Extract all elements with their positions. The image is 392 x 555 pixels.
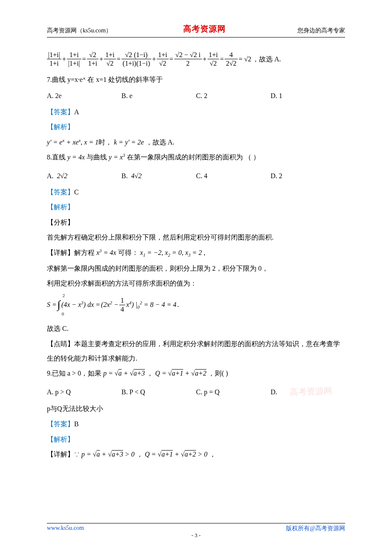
q7-options: A. 2e B. e C. 2 D. 1: [47, 89, 345, 103]
q9-option-a: A. p > Q: [47, 385, 121, 399]
q7-answer: 【答案】A: [47, 105, 345, 119]
q9-option-b: B. P < Q: [121, 385, 196, 399]
answer-label: 【答案】: [47, 108, 74, 116]
detail-label: 【详解】: [47, 249, 74, 256]
q7-answer-value: A: [74, 108, 79, 116]
q6-equation: |1+i|1+i + 1+i|1+i| = √21+i + 1+i√2 = √2…: [47, 51, 345, 67]
page-footer: www.ks5u.com 版权所有@高考资源网: [47, 523, 345, 532]
q9-d-post: ，: [208, 451, 216, 458]
q7-option-a: A. 2e: [47, 89, 121, 103]
q9-option-d: D.: [271, 385, 345, 399]
q9-stem-mid: ，: [147, 370, 155, 377]
q8-d1-pre: 解方程: [74, 249, 96, 256]
q8-d1-mid: 可得：: [116, 249, 140, 256]
q8-option-b: B. 4√2: [121, 169, 196, 183]
q8-stem-pre: 8.直线: [47, 153, 67, 161]
footer-copyright: 版权所有@高考资源网: [286, 525, 345, 532]
page-header: 高考资源网（ks5u.com） 高考资源网 您身边的高考专家: [47, 23, 345, 38]
q9-stem-pre: 9.已知 a > 0，如果: [47, 370, 103, 377]
q8-fx-label: 【分析】: [47, 215, 345, 230]
q8-option-a: A. 2√2: [47, 169, 121, 183]
page: 高考资源网（ks5u.com） 高考资源网 您身边的高考专家 |1+i|1+i …: [0, 0, 392, 555]
q7-option-c: C. 2: [196, 89, 271, 103]
document-body: |1+i|1+i + 1+i|1+i| = √21+i + 1+i√2 = √2…: [47, 38, 345, 462]
detail-label: 【详解】: [47, 451, 74, 458]
analysis-label: 【解析】: [47, 203, 74, 211]
q8-stem: 8.直线 y = 4x 与曲线 y = x3 在第一象限内围成的封闭图形的面积为…: [47, 150, 345, 165]
q9-stem-post: ，则( ): [208, 370, 228, 377]
q8-integral-tail: .: [177, 298, 179, 312]
q9-analysis-label: 【解析】: [47, 432, 345, 447]
analysis-label: 【解析】: [47, 123, 74, 130]
analysis-label: 【解析】: [47, 436, 74, 443]
q7-analysis-label: 【解析】: [47, 120, 345, 134]
q8-ds: 【点睛】本题主要考查定积分的应用，利用定积分求解封闭图形的面积的方法等知识，意在…: [47, 337, 345, 365]
header-left-text: 高考资源网（ks5u.com）: [47, 27, 112, 35]
q8-detail2: 求解第一象限内围成的封闭图形的面积，则积分上限为 2，积分下限为 0，: [47, 261, 345, 276]
q8-ds-text: 本题主要考查定积分的应用，利用定积分求解封闭图形的面积的方法等知识，意在考查学生…: [47, 340, 340, 362]
q9-option-d-cont: p与Q无法比较大小: [47, 402, 345, 416]
q7-stem: 7.曲线 y=x·eˣ 在 x=1 处切线的斜率等于: [47, 72, 345, 87]
q8-d1-post: ,: [202, 249, 205, 256]
q8-option-d: D. 2: [271, 169, 345, 183]
ds-label: 【点睛】: [47, 340, 74, 347]
q9-answer-value: B: [74, 420, 79, 428]
q8-detail3: 利用定积分求解面积的方法可得所求面积的值为：: [47, 276, 345, 291]
q9-stem: 9.已知 a > 0，如果 p = √a + √a+3 ， Q = √a+1 +…: [47, 366, 345, 381]
q8-answer-value: C: [74, 188, 79, 196]
page-number: - 3 -: [0, 532, 392, 539]
q7-work: y' = ex + xex, x = 1时， k = y' = 2e ，故选 A…: [47, 135, 345, 150]
header-right-text: 您身边的高考专家: [297, 27, 345, 35]
q8-integral: S = ∫20 (4x − x3) dx = (2x2 − 14 x4) |02…: [47, 293, 345, 317]
q8-stem-post: 在第一象限内围成的封闭图形的面积为 （ ）: [127, 153, 260, 161]
footer-url: www.ks5u.com: [47, 525, 84, 532]
q8-analysis-label: 【解析】: [47, 200, 345, 214]
q8-answer: 【答案】C: [47, 185, 345, 199]
header-center-logo: 高考资源网: [183, 23, 226, 35]
q7-option-d: D. 1: [271, 89, 345, 103]
q9-answer: 【答案】B: [47, 417, 345, 431]
q7-option-b: B. e: [121, 89, 196, 103]
q8-fx-text: 首先解方程确定积分上限和积分下限，然后利用定积分可得封闭图形的面积.: [47, 230, 345, 245]
answer-label: 【答案】: [47, 188, 74, 196]
q8-options: A. 2√2 B. 4√2 C. 4 D. 2: [47, 169, 345, 183]
q9-d-pre: ∵: [74, 451, 81, 458]
q9-options: A. p > Q B. P < Q C. p = Q D.: [47, 385, 345, 399]
q8-detail1: 【详解】解方程 x3 = 4x 可得： x1 = −2, x2 = 0, x3 …: [47, 246, 345, 260]
q9-d-mid: ，: [135, 451, 145, 458]
q9-option-c: C. p = Q: [196, 385, 271, 399]
q8-option-c: C. 4: [196, 169, 271, 183]
q8-conclude: 故选 C.: [47, 321, 345, 336]
q8-stem-mid: 与曲线: [86, 153, 109, 161]
q6-tail: ，故选 A.: [252, 52, 281, 66]
q9-detail: 【详解】∵ p = √a + √a+3 > 0 ， Q = √a+1 + √a+…: [47, 447, 345, 462]
answer-label: 【答案】: [47, 420, 74, 428]
